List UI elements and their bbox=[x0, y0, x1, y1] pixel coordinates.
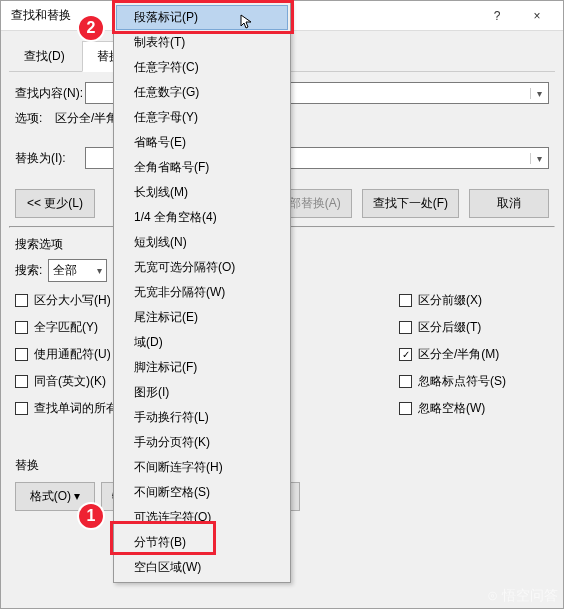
menu-item[interactable]: 可选连字符(O) bbox=[116, 505, 288, 530]
menu-item[interactable]: 全角省略号(F) bbox=[116, 155, 288, 180]
menu-item[interactable]: 手动分页符(K) bbox=[116, 430, 288, 455]
format-button[interactable]: 格式(O) ▾ bbox=[15, 482, 95, 511]
menu-item[interactable]: 无宽可选分隔符(O) bbox=[116, 255, 288, 280]
checkbox-col-right: 区分前缀(X)区分后缀(T)区分全/半角(M)忽略标点符号(S)忽略空格(W) bbox=[399, 292, 549, 417]
replace-label: 替换为(I): bbox=[15, 150, 85, 167]
checkbox-box bbox=[15, 294, 28, 307]
checkbox-label: 区分大小写(H) bbox=[34, 292, 111, 309]
checkbox-item[interactable]: 区分后缀(T) bbox=[399, 319, 549, 336]
checkbox-label: 全字匹配(Y) bbox=[34, 319, 98, 336]
menu-item[interactable]: 短划线(N) bbox=[116, 230, 288, 255]
dropdown-icon: ▾ bbox=[74, 489, 80, 503]
checkbox-item[interactable]: 忽略空格(W) bbox=[399, 400, 549, 417]
menu-item[interactable]: 无宽非分隔符(W) bbox=[116, 280, 288, 305]
menu-item[interactable]: 1/4 全角空格(4) bbox=[116, 205, 288, 230]
menu-item[interactable]: 任意数字(G) bbox=[116, 80, 288, 105]
cancel-button[interactable]: 取消 bbox=[469, 189, 549, 218]
checkbox-box bbox=[15, 348, 28, 361]
less-button[interactable]: << 更少(L) bbox=[15, 189, 95, 218]
checkbox-box bbox=[15, 321, 28, 334]
checkbox-label: 同音(英文)(K) bbox=[34, 373, 106, 390]
menu-item[interactable]: 任意字符(C) bbox=[116, 55, 288, 80]
checkbox-item[interactable]: 忽略标点符号(S) bbox=[399, 373, 549, 390]
find-next-button[interactable]: 查找下一处(F) bbox=[362, 189, 459, 218]
menu-item[interactable]: 制表符(T) bbox=[116, 30, 288, 55]
watermark: ⊙ 悟空问答 bbox=[487, 587, 558, 605]
menu-item[interactable]: 长划线(M) bbox=[116, 180, 288, 205]
menu-item[interactable]: 图形(I) bbox=[116, 380, 288, 405]
checkbox-label: 区分前缀(X) bbox=[418, 292, 482, 309]
checkbox-label: 区分全/半角(M) bbox=[418, 346, 499, 363]
checkbox-box bbox=[399, 348, 412, 361]
checkbox-label: 区分后缀(T) bbox=[418, 319, 481, 336]
dropdown-icon[interactable]: ▾ bbox=[530, 88, 548, 99]
menu-item[interactable]: 脚注标记(F) bbox=[116, 355, 288, 380]
dropdown-icon: ▾ bbox=[97, 265, 102, 276]
checkbox-box bbox=[15, 375, 28, 388]
find-label: 查找内容(N): bbox=[15, 85, 85, 102]
menu-item[interactable]: 省略号(E) bbox=[116, 130, 288, 155]
checkbox-label: 忽略标点符号(S) bbox=[418, 373, 506, 390]
checkbox-box bbox=[399, 294, 412, 307]
close-button[interactable]: × bbox=[517, 2, 557, 30]
menu-item[interactable]: 不间断连字符(H) bbox=[116, 455, 288, 480]
menu-item[interactable]: 不间断空格(S) bbox=[116, 480, 288, 505]
menu-item[interactable]: 域(D) bbox=[116, 330, 288, 355]
menu-item[interactable]: 空白区域(W) bbox=[116, 555, 288, 580]
search-label: 搜索: bbox=[15, 262, 42, 279]
tab-find[interactable]: 查找(D) bbox=[9, 41, 80, 71]
checkbox-item[interactable]: 区分前缀(X) bbox=[399, 292, 549, 309]
menu-item[interactable]: 任意字母(Y) bbox=[116, 105, 288, 130]
checkbox-box bbox=[399, 402, 412, 415]
menu-item[interactable]: 尾注标记(E) bbox=[116, 305, 288, 330]
checkbox-label: 忽略空格(W) bbox=[418, 400, 485, 417]
options-value: 区分全/半角 bbox=[55, 110, 118, 127]
checkbox-box bbox=[399, 321, 412, 334]
checkbox-item[interactable]: 区分全/半角(M) bbox=[399, 346, 549, 363]
checkbox-box bbox=[399, 375, 412, 388]
search-direction-select[interactable]: 全部 ▾ bbox=[48, 259, 107, 282]
options-label: 选项: bbox=[15, 110, 55, 127]
checkbox-box bbox=[15, 402, 28, 415]
dropdown-icon[interactable]: ▾ bbox=[530, 153, 548, 164]
special-format-menu: 段落标记(P)制表符(T)任意字符(C)任意数字(G)任意字母(Y)省略号(E)… bbox=[113, 2, 291, 583]
menu-item[interactable]: 分节符(B) bbox=[116, 530, 288, 555]
help-button[interactable]: ? bbox=[477, 2, 517, 30]
checkbox-label: 使用通配符(U) bbox=[34, 346, 111, 363]
menu-item[interactable]: 手动换行符(L) bbox=[116, 405, 288, 430]
menu-item[interactable]: 段落标记(P) bbox=[116, 5, 288, 30]
